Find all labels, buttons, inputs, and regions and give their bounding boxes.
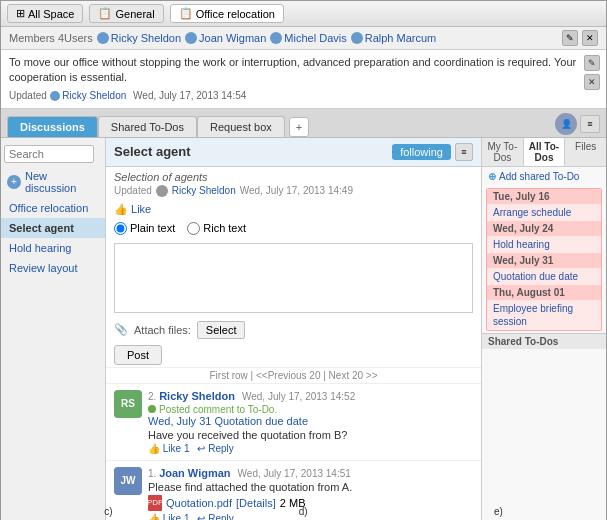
comment-num-1: 1. xyxy=(148,468,159,479)
panel-header: Select agent following ≡ xyxy=(106,138,481,167)
close-button[interactable]: ✕ xyxy=(582,30,598,46)
search-bar xyxy=(1,142,105,166)
sidebar-item-label: Hold hearing xyxy=(9,242,71,254)
rich-text-radio-label[interactable]: Rich text xyxy=(187,222,246,235)
panel-title: Select agent xyxy=(114,144,191,159)
avatar-img: RS xyxy=(114,390,142,418)
todo-item-1[interactable]: Arrange schedule xyxy=(487,204,601,221)
updated-label: Updated xyxy=(9,90,47,101)
tab-shared-todos[interactable]: Shared To-Dos xyxy=(98,116,197,137)
comment-2-avatar: RS xyxy=(114,390,142,418)
tab-office-relocation[interactable]: 📋 Office relocation xyxy=(170,4,284,23)
member-name: Ricky Sheldon xyxy=(111,32,181,44)
content-area: + New discussion Office relocation Selec… xyxy=(1,138,606,520)
following-button[interactable]: following xyxy=(392,144,451,160)
discussions-label: Discussions xyxy=(20,121,85,133)
comment-1-footer: 👍 Like 1 ↩ Reply xyxy=(148,513,473,520)
like-icon: 👍 xyxy=(114,203,128,215)
panel-menu-icon[interactable]: ≡ xyxy=(455,143,473,161)
tab-add-button[interactable]: + xyxy=(289,117,309,137)
todo-item-2[interactable]: Hold hearing xyxy=(487,236,601,253)
plain-text-radio[interactable] xyxy=(114,222,127,235)
comment-2-footer: 👍 Like 1 ↩ Reply xyxy=(148,443,473,454)
desc-close-button[interactable]: ✕ xyxy=(584,74,600,90)
rich-text-radio[interactable] xyxy=(187,222,200,235)
like-count-1: 1 xyxy=(184,513,190,520)
file-details[interactable]: [Details] xyxy=(236,497,276,509)
sidebar-item-office-relocation[interactable]: Office relocation xyxy=(1,198,105,218)
desc-edit-button[interactable]: ✎ xyxy=(584,55,600,71)
tab-all-space[interactable]: ⊞ All Space xyxy=(7,4,83,23)
nav-row: First row | <<Previous 20 | Next 20 >> xyxy=(106,367,481,383)
plain-text-radio-label[interactable]: Plain text xyxy=(114,222,175,235)
sidebar-item-label: Select agent xyxy=(9,222,74,234)
attach-label: Attach files: xyxy=(134,324,191,336)
right-sidebar: My To-Dos All To-Dos Files ⊕ Add shared … xyxy=(481,138,606,520)
comment-1-text: Please find attached the quotation from … xyxy=(148,481,473,493)
updated-date: Wed, July 17, 2013 14:49 xyxy=(240,185,353,196)
action-text: Posted comment to To-Do. xyxy=(159,404,277,415)
my-todos-label: My To-Dos xyxy=(487,141,517,163)
right-tabs: My To-Dos All To-Dos Files xyxy=(482,138,606,167)
member-ricky[interactable]: Ricky Sheldon xyxy=(97,32,181,44)
text-editor[interactable] xyxy=(114,243,473,313)
like-row[interactable]: 👍 Like xyxy=(106,201,481,218)
day-label-1: Tue, July 16 xyxy=(493,191,550,202)
sidebar-item-review-layout[interactable]: Review layout xyxy=(1,258,105,278)
file-name[interactable]: Quotation.pdf xyxy=(166,497,232,509)
plus-icon: + xyxy=(7,175,21,189)
todo-day-header-3: Wed, July 31 xyxy=(487,253,601,268)
day-label-2: Wed, July 24 xyxy=(493,223,553,234)
paperclip-icon: 📎 xyxy=(114,323,128,336)
select-agent-panel: Select agent following ≡ Selection of ag… xyxy=(106,138,481,520)
panel-subtitle: Selection of agents xyxy=(106,167,481,185)
add-shared-todo-label: Add shared To-Do xyxy=(499,171,579,182)
sidebar-item-hold-hearing[interactable]: Hold hearing xyxy=(1,238,105,258)
member-ralph[interactable]: Ralph Marcum xyxy=(351,32,437,44)
comment-2-link[interactable]: Wed, July 31 Quotation due date xyxy=(148,415,473,427)
add-plus-icon: ⊕ xyxy=(488,171,496,182)
comment-1-body: 1. Joan Wigman Wed, July 17, 2013 14:51 … xyxy=(148,467,473,520)
files-label: Files xyxy=(575,141,596,152)
description-area: To move our office without stopping the … xyxy=(1,50,606,109)
tab-discussions[interactable]: Discussions xyxy=(7,116,98,137)
updated-person-name: Ricky Sheldon xyxy=(172,185,236,196)
todo-day-header-4: Thu, August 01 xyxy=(487,285,601,300)
todo-item-4[interactable]: Employee briefing session xyxy=(487,300,601,330)
sidebar-item-label: Office relocation xyxy=(9,202,88,214)
tab-general[interactable]: 📋 General xyxy=(89,4,163,23)
member-joan[interactable]: Joan Wigman xyxy=(185,32,266,44)
add-shared-todo-button[interactable]: ⊕ Add shared To-Do xyxy=(482,167,606,186)
shared-todos-label: Shared To-Dos xyxy=(111,121,184,133)
reply-link-1[interactable]: ↩ Reply xyxy=(197,513,233,520)
reply-link-2[interactable]: ↩ Reply xyxy=(197,443,233,454)
search-input[interactable] xyxy=(4,145,94,163)
comment-1-author: Joan Wigman xyxy=(159,467,230,479)
tab-request-box[interactable]: Request box xyxy=(197,116,285,137)
edit-icons: ✎ ✕ xyxy=(562,30,598,46)
right-tab-all-todos[interactable]: All To-Dos xyxy=(524,138,566,166)
like-link-1[interactable]: 👍 Like 1 xyxy=(148,513,189,520)
avatar-icon[interactable]: 👤 xyxy=(555,113,577,135)
comment-num: 2. xyxy=(148,391,159,402)
edit-button[interactable]: ✎ xyxy=(562,30,578,46)
tabs-row: Discussions Shared To-Dos Request box + … xyxy=(1,109,606,138)
right-tab-files[interactable]: Files xyxy=(565,138,606,166)
todo-day-header-2: Wed, July 24 xyxy=(487,221,601,236)
tab-add-icon: + xyxy=(296,121,302,133)
member-icon xyxy=(270,32,282,44)
todo-item-3[interactable]: Quotation due date xyxy=(487,268,601,285)
post-button[interactable]: Post xyxy=(114,345,162,365)
list-view-icon[interactable]: ≡ xyxy=(580,115,600,133)
day-label-4: Thu, August 01 xyxy=(493,287,565,298)
new-discussion-button[interactable]: + New discussion xyxy=(1,166,105,198)
member-michel[interactable]: Michel Davis xyxy=(270,32,346,44)
right-tab-my-todos[interactable]: My To-Dos xyxy=(482,138,524,166)
general-icon: 📋 xyxy=(98,7,112,20)
like-link-2[interactable]: 👍 Like 1 xyxy=(148,443,189,454)
member-icon xyxy=(97,32,109,44)
sidebar-item-select-agent[interactable]: Select agent xyxy=(1,218,105,238)
comment-2-body: 2. Ricky Sheldon Wed, July 17, 2013 14:5… xyxy=(148,390,473,454)
select-button[interactable]: Select xyxy=(197,321,246,339)
like-label: Like xyxy=(131,203,151,215)
